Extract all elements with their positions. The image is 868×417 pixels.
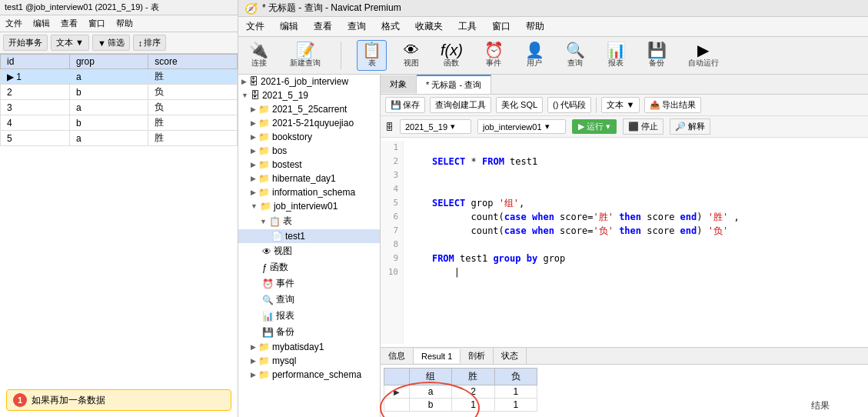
table-selector[interactable]: job_interview01 ▾: [477, 119, 565, 134]
sidebar-tree-item[interactable]: ƒ 函数: [238, 259, 380, 275]
col-header-score[interactable]: score: [148, 55, 238, 69]
sidebar-tree-item[interactable]: ▶ 📁 bos: [238, 144, 380, 158]
tree-icon: 📁: [258, 173, 270, 184]
content-area: ▶ 🗄 2021-6_job_interview▼ 🗄 2021_5_19▶ 📁…: [238, 75, 868, 417]
results-tab-result1[interactable]: Result 1: [414, 349, 461, 363]
sidebar-tree-item[interactable]: ▶ 🗄 2021-6_job_interview: [238, 75, 380, 88]
tree-icon: 📁: [258, 132, 270, 142]
menu-window[interactable]: 窗口: [86, 17, 108, 30]
tree-arrow: ▶: [251, 119, 256, 127]
query-builder-btn[interactable]: 查询创建工具: [430, 97, 491, 113]
sidebar-tree-item[interactable]: ▶ 📁 bookstory: [238, 130, 380, 144]
menu-view[interactable]: 查看: [58, 17, 80, 30]
menu-help[interactable]: 帮助: [114, 17, 135, 30]
menu-window-r[interactable]: 窗口: [489, 18, 514, 35]
filter-btn[interactable]: ▼ 筛选: [92, 35, 130, 51]
sidebar-tree-item[interactable]: ▶ 📁 hibernate_day1: [238, 172, 380, 185]
code-line: [410, 238, 862, 252]
results-tab-info[interactable]: 信息: [381, 348, 414, 364]
stop-btn[interactable]: ⬛ 停止: [623, 118, 663, 135]
table-row[interactable]: 2 b 负: [1, 85, 238, 100]
sidebar-tree-item[interactable]: ▶ 📁 2021-5-21quyuejiao: [238, 116, 380, 130]
view-btn[interactable]: 👁 视图: [399, 41, 424, 70]
sidebar-tree-item[interactable]: ▶ 📁 bostest: [238, 158, 380, 172]
menu-file[interactable]: 文件: [3, 17, 25, 30]
code-line: count(case when score='胜' then score end…: [410, 210, 862, 224]
report-btn[interactable]: 📊 报表: [602, 41, 630, 70]
tree-icon: 🗄: [249, 76, 258, 87]
beautify-sql-btn[interactable]: 美化 SQL: [496, 97, 543, 113]
menu-edit[interactable]: 编辑: [31, 17, 52, 30]
result-table-row[interactable]: b11: [384, 399, 537, 412]
sidebar-tree-item[interactable]: 👁 视图: [238, 243, 380, 259]
sidebar-tree-item[interactable]: ▶ 📁 mybatisday1: [238, 340, 380, 354]
tab-object[interactable]: 对象: [381, 75, 417, 93]
sidebar-tree-item[interactable]: ▶ 📁 performance_schema: [238, 368, 380, 382]
text-btn[interactable]: 文本 ▼: [51, 35, 89, 51]
auto-run-btn[interactable]: ▶ 自动运行: [683, 41, 723, 70]
function-btn[interactable]: f(x) 函数: [436, 41, 467, 70]
backup-btn[interactable]: 💾 备份: [643, 41, 671, 70]
table-row[interactable]: 3 a 负: [1, 100, 238, 115]
db-selector[interactable]: 2021_5_19 ▾: [400, 119, 471, 134]
col-header-grop[interactable]: grop: [69, 55, 148, 69]
col-header-id[interactable]: id: [1, 55, 70, 69]
query-btn[interactable]: 🔍 查询: [561, 41, 590, 70]
menu-view-r[interactable]: 查看: [311, 18, 335, 35]
user-btn[interactable]: 👤 用户: [520, 41, 549, 70]
tab-query[interactable]: * 无标题 - 查询: [417, 75, 491, 94]
code-lines[interactable]: SELECT * FROM test1 SELECT grop '组', cou…: [404, 141, 868, 344]
right-menu-bar: 文件 编辑 查看 查询 格式 收藏夹 工具 窗口 帮助: [238, 17, 868, 37]
menu-file-r[interactable]: 文件: [243, 18, 268, 35]
sidebar-tree-item[interactable]: ▶ 📁 2021_5_25carrent: [238, 102, 380, 116]
chevron-down-icon2: ▾: [545, 122, 550, 132]
sort-btn[interactable]: ↕ 排序: [133, 35, 167, 51]
sidebar-tree-item[interactable]: 💾 备份: [238, 324, 380, 340]
export-result-btn[interactable]: 📤 导出结果: [644, 97, 701, 113]
connect-btn[interactable]: 🔌 连接: [244, 41, 273, 70]
table-row[interactable]: 5 a 胜: [1, 131, 238, 146]
table-row[interactable]: ▶ 1 a 胜: [1, 69, 238, 85]
tree-icon: 📁: [258, 104, 270, 115]
result-table-row[interactable]: ▶a21: [384, 385, 537, 399]
text-export-btn[interactable]: 文本 ▼: [601, 97, 640, 113]
sidebar-tree-item[interactable]: ▼ 📁 job_interview01: [238, 199, 380, 213]
tree-arrow: ▶: [251, 343, 256, 351]
sidebar-tree-item[interactable]: ▶ 📁 information_schema: [238, 185, 380, 199]
menu-favorites-r[interactable]: 收藏夹: [412, 18, 446, 35]
table-row[interactable]: 4 b 胜: [1, 115, 238, 131]
menu-edit-r[interactable]: 编辑: [277, 18, 301, 35]
right-panel: 🧭 * 无标题 - 查询 - Navicat Premium 文件 编辑 查看 …: [238, 0, 868, 417]
tree-icon: ƒ: [262, 262, 268, 273]
sidebar-tree-item[interactable]: ▼ 📋 表: [238, 213, 380, 229]
sidebar-tree-item[interactable]: 📊 报表: [238, 308, 380, 324]
sidebar-tree-item[interactable]: 🔍 查询: [238, 292, 380, 308]
code-editor[interactable]: 12345678910 SELECT * FROM test1 SELECT g…: [381, 138, 868, 347]
results-tab-profile[interactable]: 剖析: [461, 348, 494, 364]
begin-transaction-btn[interactable]: 开始事务: [3, 35, 48, 51]
db-icon: 🗄: [385, 122, 394, 132]
sidebar-tree-item[interactable]: 📄 test1: [238, 229, 380, 243]
sidebar-tree-item[interactable]: ▼ 🗄 2021_5_19: [238, 88, 380, 102]
table-btn[interactable]: 📋 表: [357, 40, 387, 71]
menu-help-r[interactable]: 帮助: [523, 18, 547, 35]
tree-label: 2021-5-21quyuejiao: [272, 118, 354, 128]
code-snippet-btn[interactable]: () 代码段: [547, 97, 591, 113]
tree-label: mysql: [272, 355, 296, 366]
save-btn[interactable]: 💾 保存: [385, 97, 425, 113]
qtool-separator: [596, 98, 597, 113]
results-tab-status[interactable]: 状态: [494, 348, 527, 364]
new-query-btn[interactable]: 📝 新建查询: [285, 41, 325, 70]
code-line: [410, 168, 862, 182]
tree-icon: 👁: [262, 246, 271, 257]
run-btn[interactable]: ▶ 运行 ▾: [572, 119, 617, 134]
event-btn[interactable]: ⏰ 事件: [480, 41, 508, 70]
sidebar-tree-item[interactable]: ▶ 📁 mysql: [238, 354, 380, 368]
user-icon: 👤: [525, 42, 544, 58]
menu-tools-r[interactable]: 工具: [455, 18, 480, 35]
sidebar-tree-item[interactable]: ⏰ 事件: [238, 275, 380, 292]
menu-query-r[interactable]: 查询: [344, 18, 369, 35]
tree-icon: 🗄: [251, 90, 260, 101]
menu-format-r[interactable]: 格式: [378, 18, 403, 35]
explain-btn[interactable]: 🔎 解释: [670, 118, 710, 135]
